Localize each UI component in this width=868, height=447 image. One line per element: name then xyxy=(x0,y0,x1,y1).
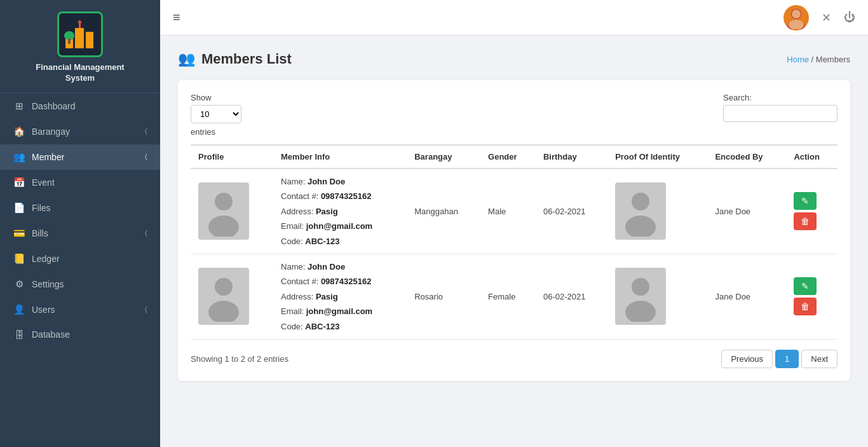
col-encoded-by: Encoded By xyxy=(707,145,786,168)
arrow-icon: 〈 xyxy=(145,153,147,161)
code-label: Code: xyxy=(281,322,305,331)
sidebar-item-member[interactable]: 👥 Member 〈 xyxy=(0,144,160,170)
sidebar-item-label: Settings xyxy=(32,279,64,289)
encoded-by-cell: Jane Doe xyxy=(707,168,786,254)
user-avatar xyxy=(783,5,809,31)
contact-label: Contact #: xyxy=(281,191,321,201)
member-contact: 09874325162 xyxy=(321,191,372,201)
sidebar-item-barangay[interactable]: 🏠 Barangay 〈 xyxy=(0,119,160,144)
sidebar-item-label: Member xyxy=(32,152,64,162)
files-icon: 📄 xyxy=(13,202,25,214)
email-label: Email: xyxy=(281,306,306,316)
table-row: Name: John Doe Contact #: 09874325162 Ad… xyxy=(191,168,837,254)
bills-icon: 💳 xyxy=(13,228,25,239)
table-controls: Show 10 25 50 100 entries Search: xyxy=(191,93,837,137)
sidebar-item-database[interactable]: 🗄 Database xyxy=(0,322,160,347)
member-info-cell: Name: John Doe Contact #: 09874325162 Ad… xyxy=(273,168,407,254)
show-select[interactable]: 10 25 50 100 xyxy=(191,105,241,123)
search-input[interactable] xyxy=(723,105,837,122)
member-info: Name: John Doe Contact #: 09874325162 Ad… xyxy=(281,174,399,249)
edit-button[interactable]: ✎ xyxy=(794,277,817,295)
delete-button[interactable]: 🗑 xyxy=(794,298,817,315)
col-birthday: Birthday xyxy=(536,145,607,168)
previous-button[interactable]: Previous xyxy=(721,350,773,368)
sidebar: Financial Management System ⊞ Dashboard … xyxy=(0,0,160,447)
svg-point-15 xyxy=(632,193,649,210)
action-cell: ✎ 🗑 xyxy=(786,254,837,339)
sidebar-item-settings[interactable]: ⚙ Settings xyxy=(0,272,160,297)
col-action: Action xyxy=(786,145,837,168)
sidebar-item-files[interactable]: 📄 Files xyxy=(0,195,160,221)
pagination-info: Showing 1 to 2 of 2 entries xyxy=(191,354,288,364)
birthday-cell: 06-02-2021 xyxy=(536,168,607,254)
search-label: Search: xyxy=(723,93,837,102)
topbar: ≡ ✕ ⏻ xyxy=(160,0,868,36)
svg-rect-5 xyxy=(79,23,81,28)
sidebar-item-ledger[interactable]: 📒 Ledger xyxy=(0,246,160,272)
sidebar-item-label: Database xyxy=(32,329,70,340)
action-cell: ✎ 🗑 xyxy=(786,168,837,254)
profile-cell xyxy=(191,168,273,254)
barangay-cell: Manggahan xyxy=(407,168,480,254)
svg-rect-4 xyxy=(68,39,71,44)
content-area: 👥 Members List Home / Members Show 10 25… xyxy=(160,36,868,447)
breadcrumb-current: Members xyxy=(816,55,850,64)
birthday-cell: 06-02-2021 xyxy=(536,254,607,339)
member-info: Name: John Doe Contact #: 09874325162 Ad… xyxy=(281,259,399,334)
sidebar-item-label: Event xyxy=(32,177,55,188)
col-gender: Gender xyxy=(480,145,536,168)
sidebar-item-label: Users xyxy=(32,305,55,315)
sidebar-item-event[interactable]: 📅 Event xyxy=(0,170,160,195)
table-row: Name: John Doe Contact #: 09874325162 Ad… xyxy=(191,254,837,339)
pagination-area: Showing 1 to 2 of 2 entries Previous 1 N… xyxy=(191,350,837,368)
sidebar-item-users[interactable]: 👤 Users 〈 xyxy=(0,297,160,322)
close-icon[interactable]: ✕ xyxy=(822,11,831,25)
users-icon: 👤 xyxy=(13,304,25,315)
show-entries: Show 10 25 50 100 entries xyxy=(191,93,241,137)
sidebar-item-bills[interactable]: 💳 Bills 〈 xyxy=(0,221,160,246)
page-header: 👥 Members List Home / Members xyxy=(178,51,850,67)
page-1-button[interactable]: 1 xyxy=(775,350,799,368)
members-icon: 👥 xyxy=(178,51,195,67)
sidebar-item-label: Dashboard xyxy=(32,101,76,111)
email-label: Email: xyxy=(281,221,306,231)
proof-cell xyxy=(607,168,707,254)
table-header: ProfileMember InfoBarangayGenderBirthday… xyxy=(191,145,837,168)
svg-point-9 xyxy=(792,10,801,18)
svg-rect-1 xyxy=(75,28,84,48)
entries-text: entries xyxy=(191,127,241,137)
hamburger-button[interactable]: ≡ xyxy=(173,10,180,25)
svg-marker-6 xyxy=(78,20,82,23)
sidebar-item-label: Bills xyxy=(32,228,48,238)
delete-button[interactable]: 🗑 xyxy=(794,212,817,230)
svg-point-18 xyxy=(215,278,233,296)
member-email: john@gmail.com xyxy=(306,221,372,231)
sidebar-item-dashboard[interactable]: ⊞ Dashboard xyxy=(0,93,160,119)
encoded-by-cell: Jane Doe xyxy=(707,254,786,339)
sidebar-item-label: Ledger xyxy=(32,254,60,264)
breadcrumb-home[interactable]: Home xyxy=(787,55,809,64)
event-icon: 📅 xyxy=(13,177,25,188)
pagination: Previous 1 Next xyxy=(721,350,837,368)
code-label: Code: xyxy=(281,237,305,246)
member-icon: 👥 xyxy=(13,151,25,163)
edit-button[interactable]: ✎ xyxy=(794,192,817,210)
member-code: ABC-123 xyxy=(305,237,339,246)
power-icon[interactable]: ⏻ xyxy=(844,11,855,24)
members-card: Show 10 25 50 100 entries Search: Prof xyxy=(178,80,850,381)
arrow-icon: 〈 xyxy=(145,127,147,135)
svg-point-21 xyxy=(632,278,649,296)
next-button[interactable]: Next xyxy=(801,350,837,368)
gender-cell: Male xyxy=(480,168,536,254)
barangay-icon: 🏠 xyxy=(13,126,25,137)
member-info-cell: Name: John Doe Contact #: 09874325162 Ad… xyxy=(273,254,407,339)
nav-menu: ⊞ Dashboard 🏠 Barangay 〈 👥 Member 〈 📅 Ev… xyxy=(0,93,160,347)
sidebar-logo: Financial Management System xyxy=(0,0,160,93)
page-title: 👥 Members List xyxy=(178,51,292,67)
col-member-info: Member Info xyxy=(273,145,407,168)
sidebar-item-label: Barangay xyxy=(32,127,70,137)
name-label: Name: xyxy=(281,177,308,186)
show-label: Show xyxy=(191,93,241,102)
main-area: ≡ ✕ ⏻ 👥 Members List Home / Members xyxy=(160,0,868,447)
settings-icon: ⚙ xyxy=(13,279,25,290)
